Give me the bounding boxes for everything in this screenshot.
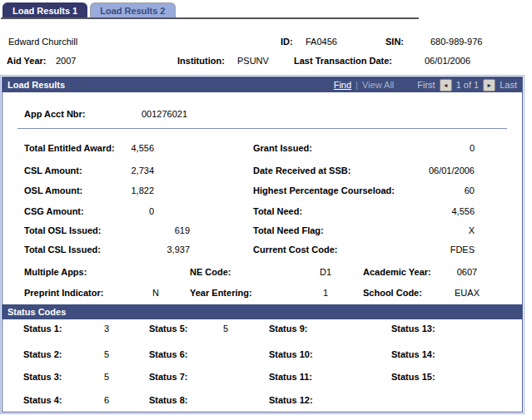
last-transaction-date-value: 06/01/2006 <box>425 56 470 66</box>
status-label: Status 7: <box>149 372 187 382</box>
status-value: 6 <box>86 395 127 405</box>
status-label: Status 5: <box>149 324 187 334</box>
app-acct-nbr-value: 001276021 <box>142 109 187 119</box>
nav-separator: | <box>355 77 358 92</box>
multiple-apps-label: Multiple Apps: <box>24 267 87 277</box>
load-results-header-bar: Load Results Find | View All First ◄ 1 o… <box>2 77 522 92</box>
total-need-value: 4,556 <box>366 206 475 216</box>
status-value: 5 <box>86 372 127 382</box>
total-csl-issued-value: 3,937 <box>122 245 190 254</box>
id-value: FA0456 <box>306 37 337 47</box>
grant-issued-value: 0 <box>366 143 475 153</box>
total-csl-issued-label: Total CSL Issued: <box>24 245 101 254</box>
aid-year-label: Aid Year: <box>7 56 47 66</box>
previous-row-button[interactable]: ◄ <box>440 79 452 91</box>
csl-amount-label: CSL Amount: <box>24 166 82 175</box>
row-position: 1 of 1 <box>456 77 480 92</box>
year-entering-label: Year Entering: <box>190 288 252 298</box>
status-label: Status 10: <box>269 349 313 359</box>
tab-underline <box>1 17 419 19</box>
tab-load-results-1[interactable]: Load Results 1 <box>2 2 87 18</box>
total-need-label: Total Need: <box>253 206 302 216</box>
total-need-flag-label: Total Need Flag: <box>253 225 324 235</box>
student-name: Edward Churchill <box>8 37 77 47</box>
field-separator-line <box>17 128 507 129</box>
status-label: Status 12: <box>269 395 313 405</box>
last-link: Last <box>500 77 517 92</box>
load-results-title: Load Results <box>2 80 65 90</box>
csl-amount-value: 2,734 <box>86 166 154 175</box>
total-entitled-award-value: 4,556 <box>86 143 154 153</box>
csg-amount-value: 0 <box>86 206 154 216</box>
find-link[interactable]: Find <box>334 77 351 92</box>
csg-amount-label: CSG Amount: <box>24 206 84 216</box>
status-label: Status 2: <box>23 349 62 359</box>
preprint-indicator-value: N <box>136 288 176 298</box>
highest-percentage-courseload-value: 60 <box>366 185 475 195</box>
school-code-label: School Code: <box>363 288 422 298</box>
view-all-link[interactable]: View All <box>362 77 394 92</box>
school-code-value: EUAX <box>442 288 492 298</box>
status-label: Status 3: <box>23 372 62 382</box>
status-codes-title: Status Codes <box>2 307 66 317</box>
institution-label: Institution: <box>177 56 225 66</box>
current-cost-code-label: Current Cost Code: <box>253 245 337 254</box>
sin-label: SIN: <box>385 37 404 47</box>
grid-navigation: Find | View All First ◄ 1 of 1 ► Last <box>334 77 517 92</box>
date-received-at-ssb-value: 06/01/2006 <box>366 166 475 175</box>
status-codes-header-bar: Status Codes <box>2 304 522 319</box>
status-value: 5 <box>205 324 246 334</box>
status-label: Status 6: <box>149 349 187 359</box>
institution-value: PSUNV <box>237 56 269 66</box>
osl-amount-value: 1,822 <box>86 185 154 195</box>
page: Load Results 1Load Results 2 Edward Chur… <box>0 0 532 420</box>
ne-code-label: NE Code: <box>190 267 231 277</box>
status-label: Status 13: <box>391 324 435 334</box>
tab-load-results-2[interactable]: Load Results 2 <box>90 2 175 18</box>
tab-bar: Load Results 1Load Results 2 <box>2 2 178 18</box>
right-arrow-icon: ► <box>486 81 492 90</box>
academic-year-value: 0607 <box>442 267 492 277</box>
app-acct-nbr-label: App Acct Nbr: <box>24 109 86 119</box>
id-label: ID: <box>281 37 293 47</box>
status-label: Status 15: <box>391 372 435 382</box>
preprint-indicator-label: Preprint Indicator: <box>24 288 103 298</box>
status-value: 3 <box>86 324 127 334</box>
grant-issued-label: Grant Issued: <box>253 143 312 153</box>
date-received-at-ssb-label: Date Received at SSB: <box>253 166 351 175</box>
left-arrow-icon: ◄ <box>443 81 449 90</box>
first-link: First <box>417 77 435 92</box>
total-need-flag-value: X <box>366 225 475 235</box>
total-osl-issued-label: Total OSL Issued: <box>24 225 102 235</box>
next-row-button[interactable]: ► <box>483 79 495 91</box>
osl-amount-label: OSL Amount: <box>24 185 82 195</box>
status-label: Status 1: <box>23 324 62 334</box>
load-results-groupbox: Load Results Find | View All First ◄ 1 o… <box>2 77 523 413</box>
status-label: Status 4: <box>23 395 62 405</box>
sin-value: 680-989-976 <box>430 37 482 47</box>
last-transaction-date-label: Last Transaction Date: <box>294 56 392 66</box>
status-value: 5 <box>86 349 127 359</box>
status-label: Status 11: <box>269 372 312 382</box>
year-entering-value: 1 <box>301 288 351 298</box>
current-cost-code-value: FDES <box>366 245 475 254</box>
ne-code-value: D1 <box>301 267 351 277</box>
academic-year-label: Academic Year: <box>363 267 431 277</box>
status-label: Status 9: <box>269 324 307 334</box>
status-label: Status 8: <box>149 395 187 405</box>
total-osl-issued-value: 619 <box>122 225 190 235</box>
status-label: Status 14: <box>391 349 435 359</box>
aid-year-value: 2007 <box>56 56 76 66</box>
